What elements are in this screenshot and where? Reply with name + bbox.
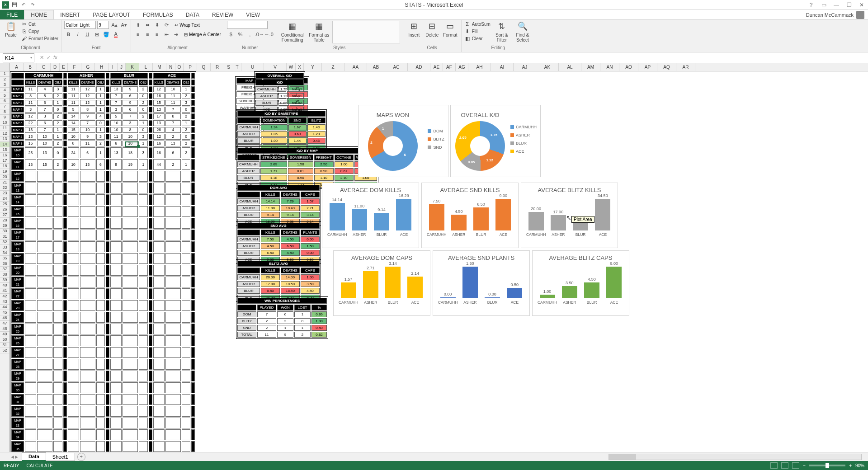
tab-insert[interactable]: INSERT [54,10,86,19]
col-header-AD[interactable]: AD [408,63,430,71]
col-header-E[interactable]: E [60,63,68,71]
sort-filter-button[interactable]: ⇅Sort & Filter [492,21,511,42]
name-box[interactable]: K14 [3,53,34,62]
col-header-AI[interactable]: AI [491,63,514,71]
shrink-font-icon[interactable]: A▾ [120,21,128,29]
row-header-48[interactable]: 48 [0,326,9,332]
row-header-2[interactable]: 2 [0,77,9,82]
col-header-AM[interactable]: AM [581,63,600,71]
row-header-34[interactable]: 34 [0,250,9,256]
tab-data[interactable]: DATA [179,10,206,19]
col-header-AE[interactable]: AE [430,63,443,71]
row-header-28[interactable]: 28 [0,218,9,223]
row-header-5[interactable]: 5 [0,93,9,99]
fill-color-button[interactable]: 🪣 [102,30,110,38]
col-header-K[interactable]: K [126,63,139,71]
chart-maps-won[interactable]: MAPS WON621DOMBLITZSND [358,105,448,177]
border-button[interactable]: ⊞ [93,30,101,38]
col-header-AK[interactable]: AK [536,63,559,71]
row-header-15[interactable]: 15 [0,147,9,153]
formula-input[interactable] [62,53,868,62]
col-header-Y[interactable]: Y [304,63,322,71]
horizontal-scrollbar[interactable] [609,454,862,460]
chart-average-dom-caps[interactable]: AVERAGE DOM CAPS1.57CARMUHH2.71ASHER3.14… [333,250,430,316]
row-header-45[interactable]: 45 [0,310,9,315]
accept-formula-icon[interactable]: ✓ [47,55,51,61]
chart-overall-k-d[interactable]: OVERALL K/D1.751.120.852.05CARMUHHASHERB… [450,105,541,177]
col-header-AJ[interactable]: AJ [514,63,536,71]
col-header-AG[interactable]: AG [456,63,468,71]
col-header-F[interactable]: F [68,63,81,71]
col-header-AA[interactable]: AA [344,63,367,71]
row-header-25[interactable]: 25 [0,202,9,207]
col-header-Z[interactable]: Z [322,63,344,71]
row-header-6[interactable]: 6 [0,99,9,104]
row-header-38[interactable]: 38 [0,272,9,277]
col-header-L[interactable]: L [139,63,153,71]
zoom-slider[interactable] [809,465,845,466]
tab-file[interactable]: FILE [0,10,24,19]
indent-inc-icon[interactable]: ⇥ [172,30,180,38]
sheet-nav-next-icon[interactable]: ▶ [15,455,18,459]
row-header-31[interactable]: 31 [0,234,9,240]
row-header-44[interactable]: 44 [0,305,9,310]
col-header-V[interactable]: V [264,63,287,71]
chart-average-dom-kills[interactable]: AVERAGE DOM KILLS14.14CARMUHH11.00ASHER9… [322,183,419,248]
col-header-S[interactable]: S [224,63,233,71]
row-header-17[interactable]: 17 [0,158,9,164]
merge-center-button[interactable]: ⊟Merge & Center [184,32,221,37]
row-header-21[interactable]: 21 [0,180,9,185]
format-cells-button[interactable]: ▭Format [442,21,458,38]
number-format-select[interactable] [227,21,268,29]
col-header-Q[interactable]: Q [197,63,211,71]
align-center-icon[interactable]: ≡ [143,30,151,38]
col-header-AF[interactable]: AF [443,63,456,71]
close-icon[interactable]: ✕ [857,2,866,8]
font-name-select[interactable] [64,21,96,29]
sheet-nav-prev-icon[interactable]: ◀ [11,455,14,459]
row-header-33[interactable]: 33 [0,245,9,250]
row-header-50[interactable]: 50 [0,337,9,343]
zoom-out-button[interactable]: − [803,463,806,468]
row-header-26[interactable]: 26 [0,207,9,212]
col-header-X[interactable]: X [296,63,304,71]
row-header-24[interactable]: 24 [0,196,9,202]
comma-icon[interactable]: , [246,30,254,38]
row-header-39[interactable]: 39 [0,277,9,283]
row-header-40[interactable]: 40 [0,283,9,288]
col-header-AP[interactable]: AP [638,63,657,71]
sheet-tab-sheet1[interactable]: Sheet1 [46,453,75,461]
row-header-20[interactable]: 20 [0,174,9,180]
col-header-B[interactable]: B [24,63,37,71]
row-header-7[interactable]: 7 [0,104,9,109]
row-header-47[interactable]: 47 [0,321,9,326]
row-header-23[interactable]: 23 [0,191,9,196]
select-all-corner[interactable] [0,63,10,71]
align-right-icon[interactable]: ≡ [153,30,161,38]
row-header-9[interactable]: 9 [0,115,9,120]
col-header-T[interactable]: T [233,63,241,71]
tab-formulas[interactable]: FORMULAS [137,10,179,19]
col-header-R[interactable]: R [211,63,224,71]
delete-cells-button[interactable]: ⊟Delete [424,21,440,38]
row-header-1[interactable]: 1 [0,71,9,77]
row-header-46[interactable]: 46 [0,315,9,321]
row-header-18[interactable]: 18 [0,164,9,169]
tab-review[interactable]: REVIEW [206,10,240,19]
col-header-AN[interactable]: AN [600,63,619,71]
col-header-M[interactable]: M [153,63,166,71]
format-as-table-button[interactable]: ▦Format as Table [308,21,330,42]
col-header-AL[interactable]: AL [559,63,581,71]
align-bottom-icon[interactable]: ⬇ [153,21,161,29]
row-header-36[interactable]: 36 [0,261,9,267]
inc-decimal-icon[interactable]: .0→ [255,30,264,38]
redo-icon[interactable]: ↷ [29,1,36,9]
row-header-8[interactable]: 8 [0,109,9,115]
row-header-11[interactable]: 11 [0,126,9,131]
row-header-43[interactable]: 43 [0,299,9,305]
col-header-N[interactable]: N [166,63,175,71]
row-header-12[interactable]: 12 [0,131,9,136]
col-header-D[interactable]: D [51,63,60,71]
fx-icon[interactable]: fx [53,55,57,61]
row-header-13[interactable]: 13 [0,136,9,142]
